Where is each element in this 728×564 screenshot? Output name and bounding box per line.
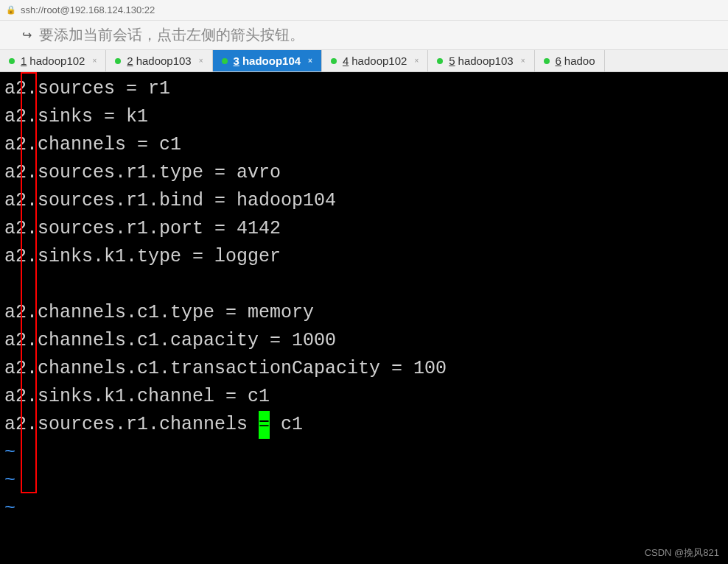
terminal-line <box>4 271 724 299</box>
tab-number: 5 <box>449 54 455 67</box>
tab-label: hadoop102 <box>29 54 85 67</box>
tab-label: hadoop104 <box>242 54 301 67</box>
tab-number: 6 <box>556 54 561 67</box>
terminal-cursor-line: a2.sources.r1.channels = c1 <box>4 411 724 439</box>
terminal-line: a2.channels.c1.type = memory <box>4 299 724 327</box>
status-dot-icon <box>9 58 15 64</box>
terminal-line: a2.sources.r1.type = avro <box>4 159 724 187</box>
tab-6[interactable]: 6 hadoo <box>535 50 605 71</box>
tab-5[interactable]: 5 hadoop103× <box>428 50 534 71</box>
close-icon[interactable]: × <box>308 57 312 65</box>
terminal-line: a2.sources.r1.bind = hadoop104 <box>4 187 724 215</box>
tab-label: hadoop102 <box>351 54 407 67</box>
close-icon[interactable]: × <box>521 57 525 65</box>
close-icon[interactable]: × <box>414 57 419 65</box>
tab-number: 2 <box>127 54 133 67</box>
hint-bar: ↪ 要添加当前会话，点击左侧的箭头按钮。 <box>0 21 728 50</box>
status-dot-icon <box>222 58 228 64</box>
tab-bar: 1 hadoop102×2 hadoop103×3 hadoop104×4 ha… <box>0 50 728 72</box>
cursor: = <box>259 411 270 439</box>
terminal-line: a2.sinks.k1.channel = c1 <box>4 383 724 411</box>
tab-number: 4 <box>343 54 349 67</box>
terminal-line: a2.sinks = k1 <box>4 103 724 131</box>
address-text: ssh://root@192.168.124.130:22 <box>21 4 155 15</box>
hint-text: 要添加当前会话，点击左侧的箭头按钮。 <box>39 25 304 45</box>
terminal-line: a2.sinks.k1.type = logger <box>4 243 724 271</box>
tab-4[interactable]: 4 hadoop102× <box>322 50 428 71</box>
status-dot-icon <box>544 58 550 64</box>
vim-empty-line: ~ <box>4 495 724 523</box>
status-dot-icon <box>115 58 121 64</box>
tab-1[interactable]: 1 hadoop102× <box>0 50 106 71</box>
watermark: CSDN @挽风821 <box>645 546 719 560</box>
tab-number: 3 <box>234 54 239 67</box>
vim-empty-line: ~ <box>4 439 724 467</box>
tab-label: hadoop103 <box>136 54 192 67</box>
tab-2[interactable]: 2 hadoop103× <box>106 50 212 71</box>
arrow-add-icon[interactable]: ↪ <box>22 28 32 42</box>
terminal-line: a2.channels.c1.transactionCapacity = 100 <box>4 355 724 383</box>
terminal-line: a2.channels.c1.capacity = 1000 <box>4 327 724 355</box>
tab-label: hadoo <box>564 54 595 67</box>
lock-icon: 🔒 <box>6 5 16 15</box>
status-dot-icon <box>437 58 443 64</box>
close-icon[interactable]: × <box>199 57 203 65</box>
terminal-line: a2.sources = r1 <box>4 75 724 103</box>
terminal-line: a2.sources.r1.port = 4142 <box>4 215 724 243</box>
address-bar: 🔒 ssh://root@192.168.124.130:22 <box>0 0 728 21</box>
close-icon[interactable]: × <box>92 57 97 65</box>
status-dot-icon <box>331 58 337 64</box>
tab-label: hadoop103 <box>458 54 514 67</box>
terminal-line: a2.channels = c1 <box>4 131 724 159</box>
tab-number: 1 <box>21 54 27 67</box>
vim-empty-line: ~ <box>4 467 724 495</box>
terminal[interactable]: a2.sources = r1a2.sinks = k1a2.channels … <box>0 72 728 564</box>
tab-3[interactable]: 3 hadoop104× <box>213 50 322 71</box>
